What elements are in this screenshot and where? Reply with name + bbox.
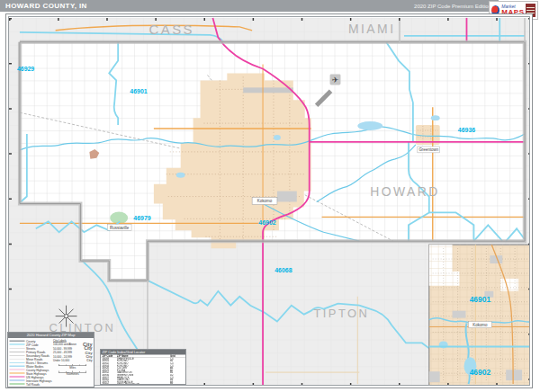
zip-label-46929: 46929	[17, 66, 34, 72]
legend-swatch	[10, 373, 25, 374]
county-label-cass: CASS	[149, 22, 194, 37]
legend-label: Streets	[26, 346, 35, 350]
map-canvas: ✈ CASS MIAMI HOWARD TIPTON CLINTON 46929…	[8, 16, 530, 386]
legend-swatch	[10, 365, 25, 367]
legend-label: County	[26, 339, 35, 343]
city-size-label: 25,000 - 49,999	[53, 351, 72, 353]
legend-swatch	[10, 370, 25, 370]
legend-swatch	[10, 359, 25, 360]
legend-label: US Highways	[26, 375, 44, 379]
scale-bar-miles: Miles	[53, 364, 93, 370]
table-cell: WEST MIDDLETON	[117, 383, 170, 385]
table-row: 46995WEST MIDDLETONB3	[101, 383, 185, 385]
city-sample-text: City	[86, 359, 92, 362]
map-title: HOWARD COUNTY, IN	[0, 2, 87, 10]
legend-label: County Highways	[26, 368, 49, 371]
town-label-russiaville: Russiaville	[110, 226, 130, 230]
svg-text:✈: ✈	[332, 76, 338, 85]
legend-swatch	[10, 384, 25, 385]
legend-city-row: Under 10,000City	[53, 359, 93, 363]
scale-bar-kilometers: Kilometers	[53, 371, 93, 377]
legend-label: ZIP Code	[26, 343, 39, 346]
legend-line-rows: CountyZIP CodeStreetsPrimary RoadsSecond…	[10, 339, 52, 386]
legend-swatch	[10, 362, 25, 363]
city-sample-text: City	[86, 354, 92, 359]
city-size-label: Under 10,000	[53, 359, 69, 361]
legend-swatch	[10, 340, 25, 342]
legend-label: Minor Roads	[26, 357, 42, 361]
city-size-label: 10,000 - 24,999	[53, 355, 72, 358]
inset-zip-46902: 46902	[470, 368, 491, 377]
town-label-kokomo: Kokomo	[257, 199, 273, 203]
county-label-tipton: TIPTON	[313, 307, 369, 320]
edition-label: 2020 ZIP Code Premium Edition	[414, 4, 499, 9]
county-map: ✈ CASS MIAMI HOWARD TIPTON CLINTON 46929…	[9, 17, 530, 386]
county-label-miami: MIAMI	[348, 22, 396, 36]
legend-label: Primary Roads	[26, 350, 45, 353]
legend-swatch	[10, 352, 25, 352]
legend-label: Toll Roads	[26, 382, 40, 386]
zip-label-46901: 46901	[130, 88, 147, 94]
industrial-block	[243, 87, 293, 93]
legend-city-rows: 100,000 and AboveCity50,000 - 99,999City…	[53, 343, 93, 363]
city-size-label: 50,000 - 99,999	[53, 347, 72, 350]
legend-row: Toll Roads	[10, 382, 52, 386]
county-label-howard: HOWARD	[370, 184, 440, 199]
mall-block	[277, 192, 297, 202]
legend-label: Water Bodies	[26, 364, 43, 368]
table-cell: 46995	[101, 383, 117, 385]
legend-label: Interstate Highways	[26, 379, 52, 382]
zip-label-46068: 46068	[274, 267, 292, 273]
zip-label-46979: 46979	[133, 215, 150, 221]
kokomo-inset-map: 46901 46902 Kokomo	[429, 245, 530, 386]
legend-right-column: City Labels 100,000 and AboveCity50,000 …	[52, 339, 93, 386]
zip-label-46936: 46936	[458, 127, 475, 133]
inset-zip-46901: 46901	[470, 295, 491, 304]
legend-swatch	[10, 344, 25, 345]
town-label-greentown: Greentown	[418, 147, 438, 152]
zip-index-table: ZIP Code Index/Grid Locator ZIP Code ZIP…	[100, 349, 186, 385]
legend-swatch	[10, 348, 25, 349]
legend-swatch	[10, 380, 25, 381]
legend-label: Rivers / Streams	[26, 361, 48, 364]
zip-label-46902: 46902	[258, 219, 275, 226]
legend-swatch	[10, 355, 25, 356]
title-bar: HOWARD COUNTY, IN 2020 ZIP Code Premium …	[0, 0, 499, 12]
legend-label: State Highways	[26, 371, 47, 375]
inset-town-label: Kokomo	[472, 323, 488, 327]
legend-panel: 2020 Howard County ZIP Map CountyZIP Cod…	[7, 332, 94, 388]
zip-index-rows: 46068SHARPSVILLEC446901KOKOMOB246902KOKO…	[101, 358, 185, 385]
legend-label: Secondary Roads	[26, 353, 50, 357]
legend-swatch	[10, 377, 25, 378]
table-cell: B3	[170, 383, 183, 385]
city-size-label: 100,000 and Above	[53, 343, 76, 345]
